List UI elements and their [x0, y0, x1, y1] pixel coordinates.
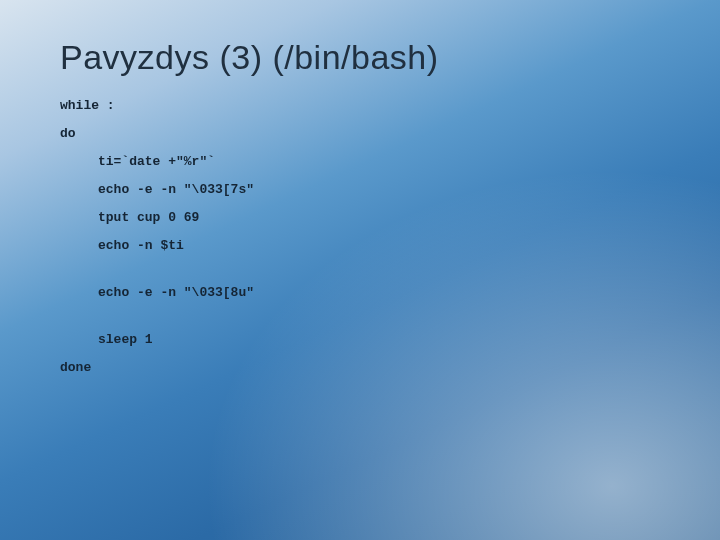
code-line: while :	[60, 99, 670, 112]
code-line: do	[60, 127, 670, 140]
code-line: ti=`date +"%r"`	[60, 155, 670, 168]
code-line: echo -e -n "\033[7s"	[60, 183, 670, 196]
code-line: sleep 1	[60, 333, 670, 346]
code-line: echo -e -n "\033[8u"	[60, 286, 670, 299]
code-line: tput cup 0 69	[60, 211, 670, 224]
code-line: echo -n $ti	[60, 239, 670, 252]
slide-title: Pavyzdys (3) (/bin/bash)	[60, 38, 670, 77]
slide: Pavyzdys (3) (/bin/bash) while : do ti=`…	[0, 0, 720, 540]
code-line: done	[60, 361, 670, 374]
code-block: while : do ti=`date +"%r"` echo -e -n "\…	[60, 99, 670, 374]
